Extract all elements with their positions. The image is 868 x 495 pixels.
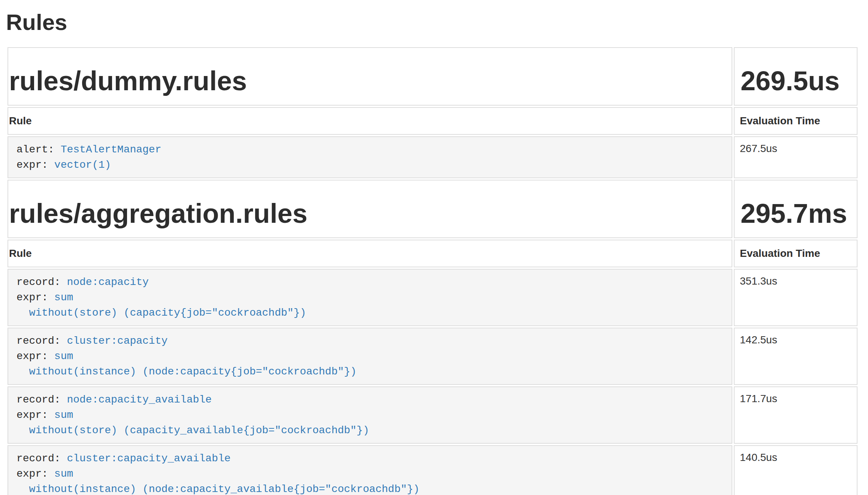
group-evaluation-time: 269.5us [741, 66, 856, 96]
rule-name-link[interactable]: TestAlertManager [61, 144, 162, 155]
rule-expression-link[interactable]: sum without(instance) (node:capacity{job… [16, 350, 356, 377]
rule-key: record: [16, 335, 67, 347]
rule-name-link[interactable]: node:capacity [67, 276, 148, 288]
rule-column-header: Rule [7, 240, 732, 267]
group-evaluation-time-cell: 269.5us [734, 47, 858, 106]
rule-row: record: node:capacityexpr: sum without(s… [7, 269, 858, 326]
rule-definition-cell: record: cluster:capacityexpr: sum withou… [7, 328, 732, 385]
evaluation-time-column-header: Evaluation Time [734, 240, 858, 267]
rule-row: record: node:capacity_availableexpr: sum… [7, 386, 858, 444]
rule-key: alert: [16, 144, 61, 155]
rule-expression-link[interactable]: sum without(store) (capacity{job="cockro… [16, 292, 306, 319]
group-evaluation-time-cell: 295.7ms [734, 180, 858, 238]
rule-evaluation-time: 140.5us [734, 445, 858, 495]
rule-name-link[interactable]: cluster:capacity [67, 335, 168, 347]
rule-definition: record: node:capacityexpr: sum without(s… [8, 270, 732, 325]
rule-definition: alert: TestAlertManagerexpr: vector(1) [8, 137, 732, 177]
rule-row: alert: TestAlertManagerexpr: vector(1) 2… [7, 136, 858, 178]
expr-key: expr: [16, 159, 54, 171]
rule-key: record: [16, 453, 67, 464]
expr-key: expr: [16, 350, 54, 362]
group-name-cell: rules/dummy.rules [7, 47, 732, 106]
rule-name-link[interactable]: cluster:capacity_available [67, 453, 230, 464]
rule-row: record: cluster:capacity_availableexpr: … [7, 445, 858, 495]
expr-key: expr: [16, 409, 54, 421]
rule-definition: record: node:capacity_availableexpr: sum… [8, 387, 732, 443]
rule-evaluation-time: 351.3us [734, 269, 858, 326]
rule-definition: record: cluster:capacityexpr: sum withou… [8, 328, 732, 384]
group-name-cell: rules/aggregation.rules [7, 180, 732, 238]
rule-evaluation-time: 142.5us [734, 328, 858, 385]
rule-evaluation-time: 171.7us [734, 386, 858, 444]
rule-key: record: [16, 276, 67, 288]
rule-definition-cell: alert: TestAlertManagerexpr: vector(1) [7, 136, 732, 178]
rule-expression-link[interactable]: sum without(instance) (node:capacity_ava… [16, 468, 419, 495]
group-header-row: rules/dummy.rules 269.5us [7, 47, 858, 106]
rule-row: record: cluster:capacityexpr: sum withou… [7, 328, 858, 385]
group-header-row: rules/aggregation.rules 295.7ms [7, 180, 858, 238]
rule-definition-cell: record: node:capacityexpr: sum without(s… [7, 269, 732, 326]
rules-table: rules/dummy.rules 269.5us Rule Evaluatio… [6, 46, 859, 495]
evaluation-time-column-header: Evaluation Time [734, 107, 858, 135]
rule-definition-cell: record: node:capacity_availableexpr: sum… [7, 386, 732, 444]
rule-expression-link[interactable]: vector(1) [54, 159, 111, 171]
rule-definition: record: cluster:capacity_availableexpr: … [8, 446, 732, 495]
page-title: Rules [6, 10, 862, 34]
rule-expression-link[interactable]: sum without(store) (capacity_available{j… [16, 409, 369, 436]
rule-definition-cell: record: cluster:capacity_availableexpr: … [7, 445, 732, 495]
group-name: rules/dummy.rules [9, 66, 731, 96]
expr-key: expr: [16, 292, 54, 303]
rule-name-link[interactable]: node:capacity_available [67, 394, 211, 406]
group-evaluation-time: 295.7ms [741, 198, 856, 228]
column-header-row: Rule Evaluation Time [7, 107, 858, 135]
group-name: rules/aggregation.rules [9, 198, 731, 228]
rule-key: record: [16, 394, 67, 406]
column-header-row: Rule Evaluation Time [7, 240, 858, 267]
expr-key: expr: [16, 468, 54, 480]
rule-column-header: Rule [7, 107, 732, 135]
rule-evaluation-time: 267.5us [734, 136, 858, 178]
